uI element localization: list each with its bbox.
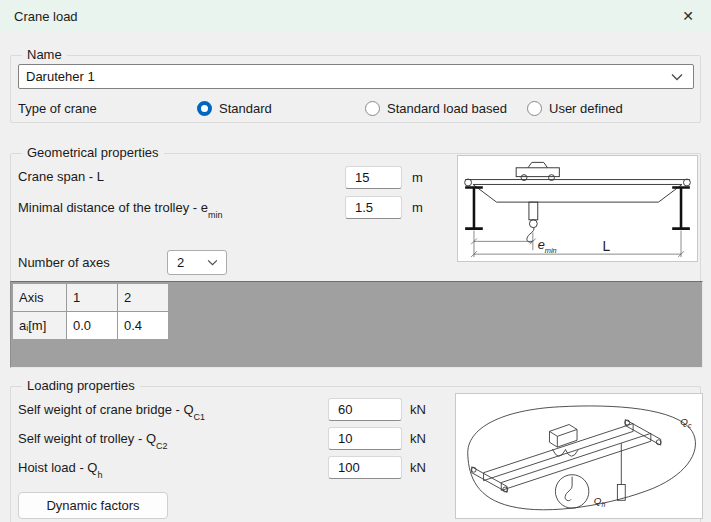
- geometrical-properties-legend: Geometrical properties: [22, 145, 164, 160]
- radio-standard-load-based[interactable]: Standard load based: [365, 100, 507, 116]
- number-of-axes-label: Number of axes: [18, 255, 110, 270]
- bridge-self-weight-input[interactable]: [328, 398, 402, 421]
- trolley-self-weight-label: Self weight of trolley - QC2: [18, 431, 168, 449]
- crane-name-value: Daruteher 1: [19, 69, 671, 84]
- bridge-self-weight-label: Self weight of crane bridge - QC1: [18, 402, 205, 420]
- hoist-load-input[interactable]: [328, 456, 402, 479]
- name-group-legend: Name: [22, 47, 67, 62]
- radio-user-defined-label: User defined: [549, 101, 623, 116]
- type-of-crane-label: Type of crane: [18, 101, 97, 116]
- radio-standard-circle[interactable]: [197, 101, 212, 116]
- title-bar: Crane load ✕: [0, 0, 711, 32]
- axes-table-distance-cell[interactable]: 0.0: [67, 312, 117, 339]
- hoist-load-unit: kN: [410, 460, 426, 475]
- hoist-load-label: Hoist load - Qh: [18, 460, 103, 478]
- crane-span-input[interactable]: [345, 166, 402, 189]
- window-title: Crane load: [0, 9, 78, 24]
- dynamic-factors-button[interactable]: Dynamic factors: [18, 492, 168, 519]
- trolley-min-distance-input[interactable]: [345, 196, 402, 219]
- trolley-min-distance-unit: m: [412, 200, 423, 215]
- radio-standard-load-based-circle[interactable]: [365, 101, 380, 116]
- crane-load-dialog: Crane load ✕ Name Daruteher 1 Type of cr…: [0, 0, 711, 522]
- diagram-emin-label: emin: [538, 237, 557, 255]
- chevron-down-icon: [671, 73, 683, 81]
- trolley-self-weight-unit: kN: [410, 431, 426, 446]
- radio-standard[interactable]: Standard: [197, 100, 272, 116]
- crane-name-combobox[interactable]: Daruteher 1: [18, 64, 694, 89]
- diagram-span-label: L: [603, 239, 611, 254]
- radio-user-defined-circle[interactable]: [527, 101, 542, 116]
- axes-table-row-label: ai [m]: [13, 312, 66, 339]
- crane-span-unit: m: [412, 170, 423, 185]
- number-of-axes-value: 2: [168, 255, 207, 270]
- axes-table-corner-header: Axis: [13, 284, 66, 311]
- chevron-down-icon: [207, 259, 218, 266]
- radio-standard-label: Standard: [219, 101, 272, 116]
- axes-table-area: Axis 1 2 ai [m] 0.0 0.4: [10, 281, 703, 368]
- crane-diagram-image: emin L: [457, 155, 698, 262]
- bridge-self-weight-unit: kN: [410, 402, 426, 417]
- axes-table-col-header: 2: [118, 284, 168, 311]
- number-of-axes-dropdown[interactable]: 2: [167, 250, 227, 275]
- picture-qc-label: Qc: [680, 416, 692, 429]
- radio-user-defined[interactable]: User defined: [527, 100, 623, 116]
- axes-table: Axis 1 2 ai [m] 0.0 0.4: [13, 284, 168, 339]
- crane-3d-image: Qc Qh: [455, 393, 703, 519]
- axes-table-col-header: 1: [67, 284, 117, 311]
- axes-table-distance-cell[interactable]: 0.4: [118, 312, 168, 339]
- trolley-min-distance-label: Minimal distance of the trolley - emin: [18, 200, 223, 218]
- close-icon[interactable]: ✕: [665, 0, 711, 32]
- picture-qh-label: Qh: [594, 495, 606, 508]
- loading-properties-legend: Loading properties: [22, 378, 140, 393]
- radio-standard-load-based-label: Standard load based: [387, 101, 507, 116]
- crane-span-label: Crane span - L: [18, 169, 104, 184]
- trolley-self-weight-input[interactable]: [328, 427, 402, 450]
